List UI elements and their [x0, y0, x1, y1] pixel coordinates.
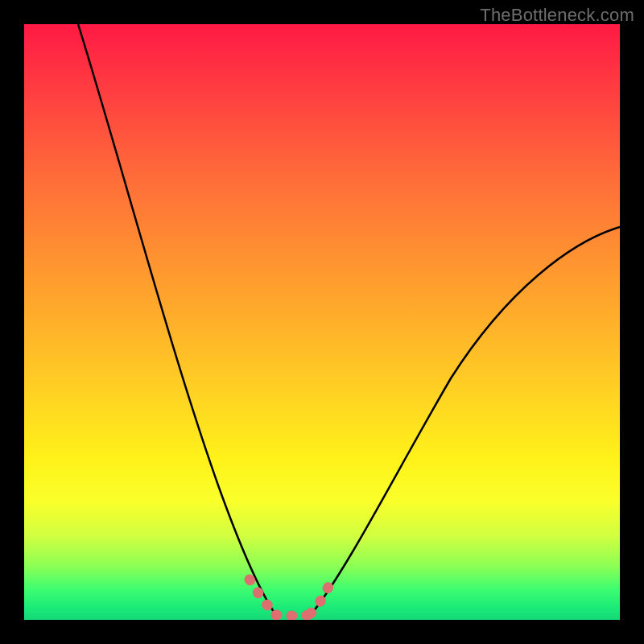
watermark-text: TheBottleneck.com	[480, 5, 634, 26]
bottom-bracket-right	[311, 575, 333, 613]
bottom-bracket-flat	[276, 615, 311, 616]
curve-layer	[24, 24, 620, 620]
chart-frame: TheBottleneck.com	[0, 0, 644, 644]
curve-right	[310, 227, 620, 616]
gradient-plot-area	[24, 24, 620, 620]
curve-left	[78, 24, 275, 614]
